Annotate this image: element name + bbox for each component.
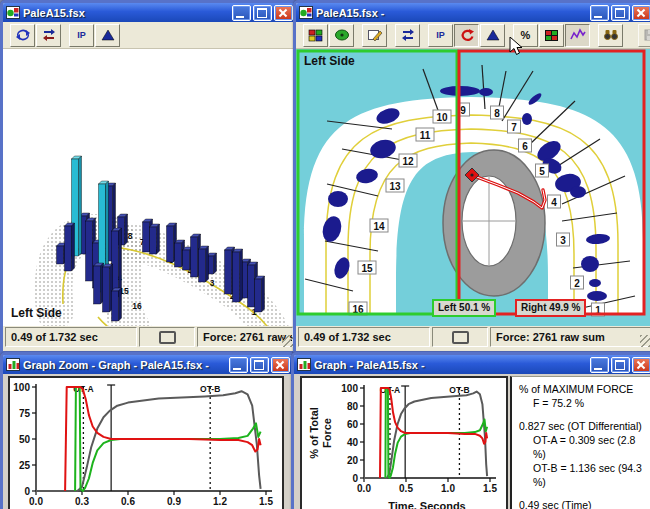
x-tick-label: 0.6 bbox=[121, 496, 135, 507]
force-bar-3d bbox=[94, 263, 104, 304]
ip-mode-button[interactable]: IP bbox=[69, 24, 94, 47]
ellipse-view-button[interactable] bbox=[329, 24, 354, 47]
search-button[interactable] bbox=[598, 24, 623, 47]
3d-force-plot: 1087654321111213141516 bbox=[3, 49, 289, 326]
status-force: Force: 2761 raw sum bbox=[197, 327, 293, 347]
time-heading: 0.49 sec (Time) bbox=[519, 498, 647, 509]
arch-view-button[interactable] bbox=[95, 24, 120, 47]
grid-view-button[interactable] bbox=[539, 24, 564, 47]
3d-force-client[interactable]: 1087654321111213141516 Left Side bbox=[3, 49, 295, 326]
graph-client[interactable]: 0204060801000.00.51.01.5OT-AOT-B% of Tot… bbox=[294, 374, 650, 509]
graph-zoom-plot[interactable]: 02550751000.00.30.60.91.21.5OT-AOT-B bbox=[10, 378, 278, 509]
graph-plot[interactable]: 0204060801000.00.51.01.5OT-AOT-B% of Tot… bbox=[302, 378, 502, 509]
save-button[interactable] bbox=[638, 24, 650, 47]
status-mini-cell bbox=[139, 327, 195, 347]
arch-contact-plot: 12345678910111213141516 bbox=[296, 49, 647, 326]
swap-arrows-icon bbox=[41, 28, 57, 42]
max-force-heading: % of MAXIMUM FORCE bbox=[519, 382, 647, 396]
x-tick-label: 1.0 bbox=[441, 483, 455, 494]
minimize-button[interactable] bbox=[590, 5, 609, 21]
force-graph-button[interactable] bbox=[565, 24, 590, 47]
binoculars-icon bbox=[603, 28, 619, 42]
contact-blob bbox=[522, 113, 532, 125]
mouse-cursor bbox=[509, 37, 523, 57]
ot-marker-label: OT-B bbox=[449, 385, 469, 395]
window-title: PaleA15.fsx - bbox=[316, 7, 590, 19]
contact-blob bbox=[328, 191, 348, 207]
playback-box-icon bbox=[159, 331, 176, 344]
left-force-badge: Left 50.1 % bbox=[432, 299, 496, 317]
y-tick-label: 75 bbox=[19, 408, 31, 419]
floppy-save-icon bbox=[643, 28, 650, 42]
x-tick-label: 0.0 bbox=[357, 483, 371, 494]
minimize-button[interactable] bbox=[590, 357, 609, 373]
tooth-label: 7 bbox=[508, 120, 521, 133]
force-bar-3d bbox=[65, 223, 75, 271]
y-tick-label: 0 bbox=[24, 486, 30, 497]
color-grid-icon bbox=[544, 29, 559, 42]
y-axis-title: Force bbox=[321, 418, 333, 448]
x-tick-label: 0.9 bbox=[167, 496, 181, 507]
y-tick-label: 80 bbox=[347, 401, 359, 412]
swap-views-button[interactable] bbox=[395, 24, 420, 47]
svg-text:7: 7 bbox=[511, 122, 517, 133]
titlebar[interactable]: Graph Zoom - Graph - PaleA15.fsx - bbox=[3, 355, 292, 374]
titlebar[interactable]: PaleA15.fsx bbox=[3, 3, 295, 22]
svg-text:11: 11 bbox=[420, 130, 431, 141]
right-force-badge: Right 49.9 % bbox=[515, 299, 586, 317]
status-time: 0.49 of 1.732 sec bbox=[298, 327, 430, 347]
y-tick-label: 40 bbox=[347, 437, 359, 448]
triangle-icon bbox=[100, 28, 116, 42]
maximize-button[interactable] bbox=[250, 357, 269, 373]
tooth-label: 2 bbox=[571, 276, 584, 289]
graph-line-icon bbox=[570, 28, 586, 42]
graph-zoom-client[interactable]: 02550751000.00.30.60.91.21.5OT-AOT-B bbox=[3, 374, 292, 509]
tooth-label: 5 bbox=[536, 164, 549, 177]
force-bar-3d bbox=[150, 224, 160, 254]
force-bar-3d bbox=[233, 249, 243, 302]
tooth-label: 4 bbox=[548, 195, 561, 208]
status-time: 0.49 of 1.732 sec bbox=[5, 327, 137, 347]
maximize-button[interactable] bbox=[611, 5, 630, 21]
svg-text:14: 14 bbox=[373, 221, 385, 232]
swap-views-button[interactable] bbox=[36, 24, 61, 47]
close-button[interactable] bbox=[271, 357, 290, 373]
rotate-cycle-icon bbox=[15, 28, 31, 42]
maximize-button[interactable] bbox=[611, 357, 630, 373]
force-bar-3d bbox=[112, 228, 122, 297]
view-2d-button[interactable] bbox=[303, 24, 328, 47]
rotate-view-button[interactable] bbox=[10, 24, 35, 47]
close-button[interactable] bbox=[632, 5, 650, 21]
close-button[interactable] bbox=[274, 5, 293, 21]
titlebar[interactable]: Graph - PaleA15.fsx - bbox=[294, 355, 650, 374]
close-button[interactable] bbox=[632, 357, 650, 373]
minimize-button[interactable] bbox=[232, 5, 251, 21]
contact-blob bbox=[581, 256, 599, 272]
svg-text:6: 6 bbox=[522, 141, 528, 152]
arch-view-button[interactable] bbox=[480, 24, 505, 47]
force-bar-3d bbox=[112, 288, 122, 321]
toolbar: IP % B bbox=[296, 22, 650, 49]
force-bar-3d bbox=[255, 276, 265, 312]
ip-mode-button[interactable]: IP bbox=[428, 24, 453, 47]
tooth-label: 3 bbox=[557, 233, 570, 246]
swap-arrows-icon bbox=[400, 28, 416, 42]
graph-app-icon bbox=[297, 358, 311, 371]
red-rotate-icon bbox=[459, 28, 475, 42]
resize-grip[interactable] bbox=[640, 335, 650, 347]
arch-view-client[interactable]: 12345678910111213141516 Left Side Left 5… bbox=[296, 49, 650, 326]
statusbar: 0.49 of 1.732 sec Force: 2761 raw sum bbox=[3, 326, 295, 348]
force-bar-3d bbox=[103, 264, 113, 312]
minimize-button[interactable] bbox=[229, 357, 248, 373]
x-tick-label: 1.5 bbox=[259, 496, 273, 507]
window-graph: Graph - PaleA15.fsx - 0204060801000.00.5… bbox=[291, 352, 650, 509]
ot-differential: 0.827 sec (OT Differential) bbox=[519, 419, 647, 433]
svg-text:4: 4 bbox=[551, 197, 557, 208]
rotate-arch-button[interactable] bbox=[454, 24, 479, 47]
tooth-label: 8 bbox=[491, 106, 504, 119]
tooth-label: 12 bbox=[399, 154, 417, 167]
maximize-button[interactable] bbox=[253, 5, 272, 21]
edit-button[interactable] bbox=[362, 24, 387, 47]
titlebar[interactable]: PaleA15.fsx - bbox=[296, 3, 650, 22]
four-squares-icon bbox=[308, 29, 323, 42]
